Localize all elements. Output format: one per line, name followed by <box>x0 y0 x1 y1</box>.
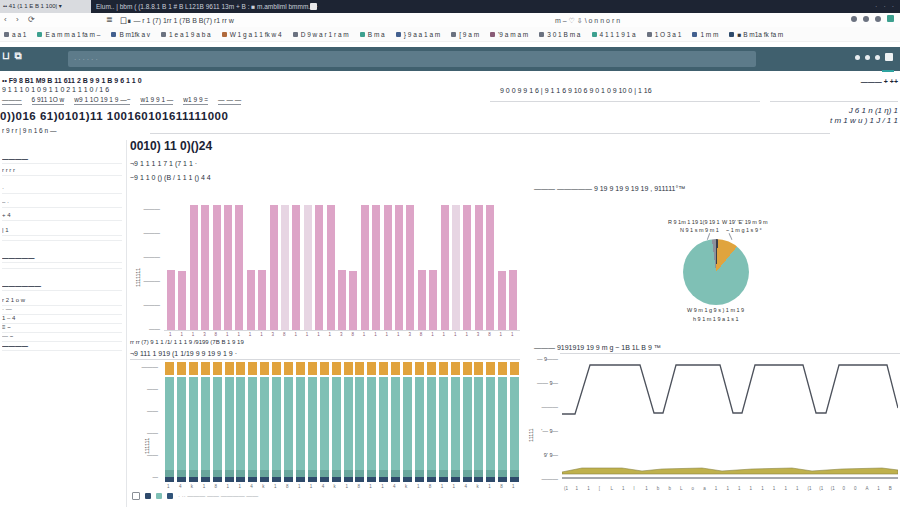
filter-pill[interactable]: w1 9 9 1 — <box>140 96 173 105</box>
teal-stacked-bar[interactable] <box>225 362 234 482</box>
filter-pill[interactable]: ——— <box>2 96 22 105</box>
teal-stacked-bar[interactable] <box>308 362 317 482</box>
pink-bar[interactable] <box>361 205 369 330</box>
pink-bar[interactable] <box>418 270 426 330</box>
pink-bar[interactable] <box>463 205 471 330</box>
window-controls[interactable]: · · · <box>875 5 896 9</box>
sidebar-item[interactable]: r r r r <box>2 166 122 176</box>
extension-icon[interactable] <box>863 16 869 22</box>
filter-pill[interactable]: w9 1 1O 19 1 9 —~ <box>74 96 130 105</box>
teal-stacked-bar[interactable] <box>272 362 281 482</box>
wave-dark[interactable] <box>562 365 898 414</box>
pie-chart[interactable] <box>683 239 749 305</box>
teal-stacked-bar[interactable] <box>427 362 436 482</box>
bookmark-item[interactable]: 3 0 1 B m a <box>539 31 580 38</box>
line-chart-plot[interactable] <box>562 352 898 484</box>
pink-bar[interactable] <box>486 205 494 330</box>
sidebar-item[interactable]: · <box>2 184 122 194</box>
window-left-strip[interactable]: •• 41 (1 1 E B 1 100| ▾ <box>0 0 91 13</box>
sidebar-item[interactable]: ———— <box>2 154 122 164</box>
menu-icon[interactable]: ≣ <box>106 15 113 25</box>
forward-icon[interactable]: › <box>16 15 19 25</box>
pink-bar[interactable] <box>452 205 460 330</box>
legend-swatch[interactable] <box>145 493 151 499</box>
pink-bar[interactable] <box>509 270 517 330</box>
legend-swatch[interactable] <box>156 493 162 499</box>
header-icon[interactable] <box>865 55 870 60</box>
bookmark-item[interactable]: '9 a m a m <box>490 31 528 38</box>
pink-bar[interactable] <box>304 205 312 330</box>
pink-bar[interactable] <box>201 205 209 330</box>
band-olive[interactable] <box>562 468 898 474</box>
teal-stacked-bar[interactable] <box>355 362 364 482</box>
pink-bar[interactable] <box>372 205 380 330</box>
pink-bar[interactable] <box>247 270 255 330</box>
pink-bar[interactable] <box>213 205 221 330</box>
bookmark-item[interactable]: B m1fk a v <box>111 31 150 38</box>
sidebar-item[interactable]: – · <box>2 198 122 208</box>
bookmark-item[interactable]: 4 1 1 1 9 1 a <box>592 31 636 38</box>
teal-stacked-bar[interactable] <box>344 362 353 482</box>
teal-stacked-bar[interactable] <box>379 362 388 482</box>
teal-stacked-bar[interactable] <box>463 362 472 482</box>
header-apps-icon[interactable] <box>885 53 893 61</box>
pink-bar[interactable] <box>258 270 266 330</box>
legend-swatch[interactable] <box>132 492 140 500</box>
teal-stacked-bar[interactable] <box>284 362 293 482</box>
pink-bar[interactable] <box>349 271 357 330</box>
sidebar-item[interactable]: + 4 <box>2 211 122 221</box>
pink-bar[interactable] <box>384 205 392 330</box>
address-bar[interactable]: 囗∎ — r 1 (7) 1rr 1 (7B B B(7) r1 rr w <box>120 14 540 27</box>
pink-bar[interactable] <box>441 205 449 330</box>
teal-stacked-bar[interactable] <box>474 362 483 482</box>
sidebar-item[interactable]: —————— <box>2 281 122 291</box>
reload-icon[interactable]: ⟳ <box>28 15 35 25</box>
active-tab[interactable]: Elum.. | bbm ( (1.8.8.1 B 1 # B L121B 96… <box>96 0 656 13</box>
bookmark-item[interactable]: B m a <box>360 31 385 38</box>
filter-pill[interactable]: — — — <box>218 96 241 105</box>
sidebar-item[interactable]: ———— <box>2 341 122 351</box>
bookmark-item[interactable]: D 9 w a r 1 r a m <box>293 31 349 38</box>
bookmark-item[interactable]: 1 O 3 a 1 <box>647 31 682 38</box>
teal-stacked-bar[interactable] <box>332 362 341 482</box>
pink-bar[interactable] <box>429 270 437 330</box>
teal-stacked-bar[interactable] <box>403 362 412 482</box>
pink-bar[interactable] <box>292 205 300 330</box>
teal-stacked-bar[interactable] <box>367 362 376 482</box>
filter-pill[interactable]: w1 9 9 = <box>183 96 208 105</box>
teal-stacked-bar[interactable] <box>451 362 460 482</box>
teal-stacked-bar[interactable] <box>248 362 257 482</box>
pink-bar[interactable] <box>178 271 186 330</box>
pink-bar[interactable] <box>270 205 278 330</box>
sidebar-item[interactable]: | 1 <box>2 226 122 236</box>
pink-bar[interactable] <box>167 270 175 330</box>
pink-bar[interactable] <box>315 205 323 330</box>
pink-bar[interactable] <box>190 205 198 330</box>
teal-stacked-bar[interactable] <box>510 362 519 482</box>
sidebar-item[interactable] <box>2 240 122 241</box>
teal-stacked-bar[interactable] <box>415 362 424 482</box>
extension-icon[interactable] <box>851 16 857 22</box>
teal-stacked-bar[interactable] <box>486 362 495 482</box>
pink-bar[interactable] <box>475 205 483 330</box>
pink-bar[interactable] <box>406 205 414 330</box>
teal-stacked-bar[interactable] <box>165 362 174 482</box>
pink-bar[interactable] <box>235 205 243 330</box>
sidebar-item[interactable]: ————— <box>2 253 122 263</box>
bookmark-item[interactable]: ■ B m1a fk fa m <box>729 31 783 38</box>
teal-stacked-bar[interactable] <box>498 362 507 482</box>
pink-bar[interactable] <box>281 205 289 330</box>
teal-stacked-bar[interactable] <box>296 362 305 482</box>
pink-bar[interactable] <box>338 270 346 330</box>
bookmark-item[interactable]: [ 9 a m <box>451 31 479 38</box>
teal-stacked-bar[interactable] <box>213 362 222 482</box>
pink-bar[interactable] <box>498 271 506 330</box>
bookmark-item[interactable]: 1 m m <box>692 31 718 38</box>
bookmark-item[interactable]: W 1 g a 1 1 fk w 4 <box>222 31 282 38</box>
extension-teal-icon[interactable] <box>887 15 894 22</box>
bookmark-item[interactable]: 1 e a 1 9 a b a <box>161 31 211 38</box>
app-logo[interactable]: ⊔ ⧉ <box>2 50 23 62</box>
pink-bar[interactable] <box>327 205 335 330</box>
teal-stacked-bar[interactable] <box>260 362 269 482</box>
legend-swatch[interactable] <box>167 493 173 499</box>
